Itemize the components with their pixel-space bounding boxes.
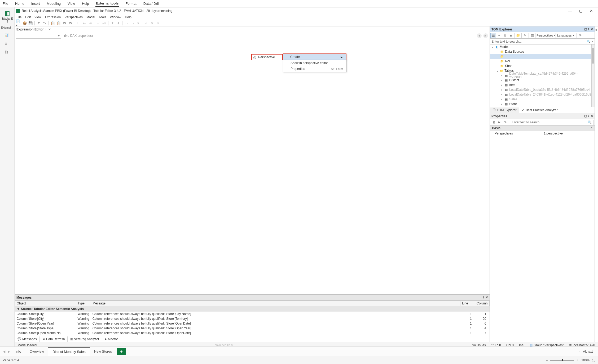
ribbon-tab-external-tools[interactable]: External tools (95, 0, 119, 7)
ribbon-tab-insert[interactable]: Insert (31, 1, 41, 7)
ribbon-tab-file[interactable]: File (2, 1, 9, 7)
ribbon-tab-view[interactable]: View (67, 1, 76, 7)
pbi-ribbon: File Home Insert Modeling View Help Exte… (0, 0, 598, 7)
ribbon-tab-home[interactable]: Home (15, 1, 25, 7)
ribbon-tab-modeling[interactable]: Modeling (46, 1, 61, 7)
ribbon-tab-help[interactable]: Help (81, 1, 90, 7)
ribbon-tab-data-drill[interactable]: Data / Drill (143, 1, 160, 7)
ribbon-tab-format[interactable]: Format (125, 1, 137, 7)
